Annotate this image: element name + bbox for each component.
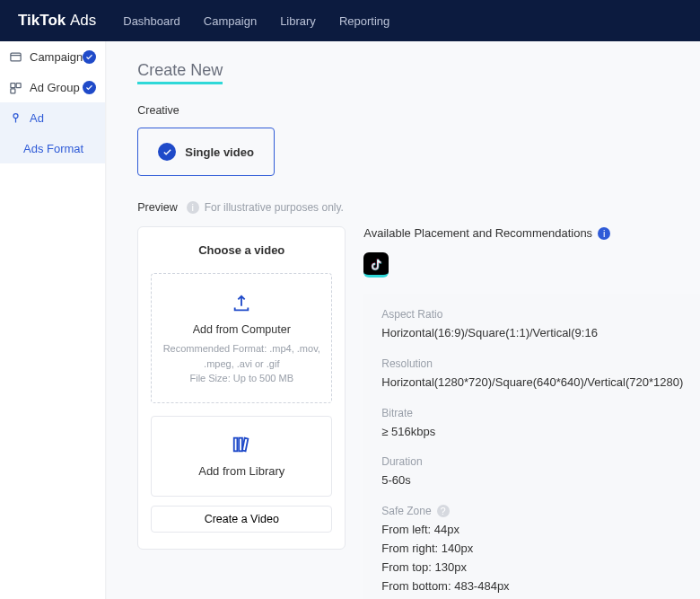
spec-res-value: Horizontal(1280*720)/Square(640*640)/Ver… <box>381 374 683 392</box>
main-content: Create New Creative Single video Preview… <box>105 41 700 599</box>
adgroup-icon <box>9 81 22 94</box>
svg-rect-0 <box>11 53 21 61</box>
sidebar: Campaign Ad Group Ad Ads Format <box>0 41 105 599</box>
spec-aspect-label: Aspect Ratio <box>381 308 683 321</box>
chooser-title: Choose a video <box>151 243 332 257</box>
spec-duration-label: Duration <box>381 455 683 468</box>
spec-bitrate-label: Bitrate <box>381 407 683 419</box>
placement-specs: Aspect Ratio Horizontal(16:9)/Square(1:1… <box>363 294 700 599</box>
page-title: Create New <box>137 61 223 84</box>
info-icon: i <box>187 201 199 214</box>
nav-dashboard[interactable]: Dashboard <box>123 14 180 28</box>
create-video-button[interactable]: Create a Video <box>151 506 332 533</box>
top-navbar: TikTok Ads Dashboard Campaign Library Re… <box>0 0 700 41</box>
spec-duration-value: 5-60s <box>381 471 683 490</box>
video-chooser-panel: Choose a video Add from Computer Recomme… <box>137 226 346 550</box>
nav-library[interactable]: Library <box>280 14 316 28</box>
campaign-icon <box>9 50 22 64</box>
spec-safezone-label: Safe Zone ? <box>381 505 683 517</box>
upload-icon <box>230 294 253 313</box>
nav-reporting[interactable]: Reporting <box>339 14 389 28</box>
creative-label: Creative <box>137 104 700 117</box>
sidebar-item-ad[interactable]: Ad <box>0 102 105 133</box>
svg-rect-2 <box>16 83 21 87</box>
sidebar-sub-adsformat[interactable]: Ads Format <box>0 133 105 163</box>
add-from-computer[interactable]: Add from Computer Recommended Format: .m… <box>151 273 332 403</box>
sidebar-item-campaign[interactable]: Campaign <box>0 41 105 72</box>
spec-safe-top: From top: 130px <box>381 559 683 577</box>
preview-label: Preview <box>137 201 177 214</box>
spec-safe-left: From left: 44px <box>381 521 683 540</box>
spec-res-label: Resolution <box>381 357 683 370</box>
info-icon[interactable]: i <box>598 227 610 240</box>
svg-rect-1 <box>11 83 15 87</box>
creative-single-video[interactable]: Single video <box>137 128 275 176</box>
nav-campaign[interactable]: Campaign <box>204 14 257 28</box>
spec-aspect-value: Horizontal(16:9)/Square(1:1)/Vertical(9:… <box>381 324 683 343</box>
check-icon <box>83 50 96 64</box>
spec-safe-bottom: From bottom: 483-484px <box>381 577 683 596</box>
library-icon <box>231 435 252 454</box>
check-icon <box>83 81 96 94</box>
svg-point-4 <box>13 113 18 118</box>
ad-icon <box>9 111 22 125</box>
info-icon[interactable]: ? <box>437 505 450 517</box>
logo: TikTok Ads <box>18 12 96 30</box>
sidebar-item-adgroup[interactable]: Ad Group <box>0 72 105 102</box>
tiktok-placement-icon[interactable] <box>363 252 389 277</box>
top-nav: Dashboard Campaign Library Reporting <box>123 14 389 28</box>
available-placement-title: Available Placement and Recommendations … <box>363 226 700 240</box>
check-icon <box>158 143 176 161</box>
spec-safe-right: From right: 140px <box>381 540 683 559</box>
svg-rect-5 <box>234 437 238 451</box>
svg-rect-3 <box>11 88 15 92</box>
spec-bitrate-value: ≥ 516kbps <box>381 423 683 442</box>
preview-note: i For illustrative purposes only. <box>187 201 344 214</box>
add-from-library[interactable]: Add from Library <box>151 416 332 497</box>
